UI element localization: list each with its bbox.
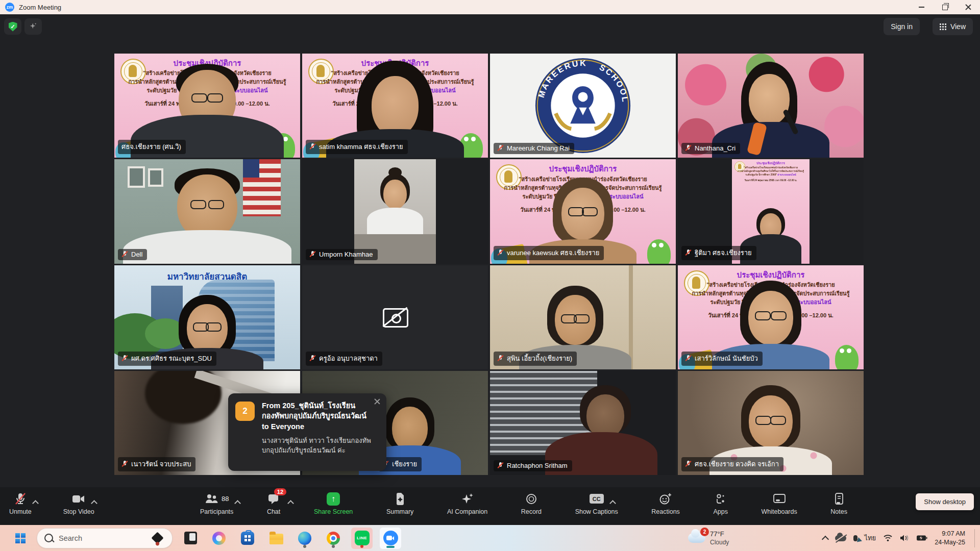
participant-name-label: เสาร์วิลักษณ์ นันชัยบัว [681, 352, 763, 366]
notes-button[interactable]: Notes [830, 487, 847, 515]
security-button[interactable] [4, 18, 21, 35]
notification-count-badge: 2 [700, 528, 709, 536]
search-icon [44, 534, 53, 542]
participant-tile[interactable]: Ratchaphon Sritham [490, 371, 676, 475]
close-button[interactable] [957, 0, 980, 14]
participant-tile[interactable]: ครูอ้อ อนุบาลสุชาดา [302, 265, 488, 369]
taskbar-chrome-app[interactable] [323, 528, 344, 549]
participant-tile[interactable]: ประชุมเชิงปฏิบัติการ "สร้างเครือข่ายโรงเ… [678, 159, 864, 263]
summary-button[interactable]: Summary [386, 487, 413, 515]
participants-button[interactable]: 88 Participants [200, 487, 233, 515]
mic-muted-icon [497, 355, 504, 362]
microsoft-store-icon [241, 532, 254, 545]
ai-companion-icon [461, 492, 474, 506]
apps-label: Apps [713, 508, 728, 515]
minimize-button[interactable] [910, 0, 933, 14]
taskbar-copilot-app[interactable] [208, 528, 230, 549]
participant-tile[interactable]: ประชุมเชิงปฏิบัติการ "สร้างเครือข่ายโรงเ… [678, 265, 864, 369]
participant-tile[interactable]: มหาวิทยาลัยสวนดุสิต ผศ.ดร.ศศิธร รณะบุตร_… [114, 265, 300, 369]
taskbar-clock[interactable]: 9:07 AM 24-May-25 [935, 530, 965, 547]
taskbar-zoom-app[interactable] [380, 528, 401, 549]
share-screen-icon: ↑ [327, 492, 340, 506]
reactions-button[interactable]: Reactions [651, 487, 680, 515]
unmute-options-chevron[interactable] [32, 500, 39, 507]
view-button[interactable]: View [933, 18, 973, 35]
chat-notification-popup[interactable]: 2 From 205_ชุตินันท์_โรงเรียนกองทัพบกอุป… [228, 393, 386, 471]
participant-tile[interactable]: ประชุมเชิงปฏิบัติการ "สร้างเครือข่ายโรงเ… [490, 159, 676, 263]
popup-close-icon[interactable] [374, 398, 380, 405]
share-screen-button[interactable]: ↑ Share Screen [314, 487, 353, 515]
participant-name: สุพิน เอี้ยวถิ้ง(เชียงราย) [507, 353, 572, 364]
taskbar-photos-app[interactable] [180, 528, 201, 549]
chat-options-chevron[interactable] [287, 500, 294, 507]
restore-button[interactable] [933, 0, 957, 14]
captions-options-chevron[interactable] [609, 500, 616, 507]
ai-companion-header-button[interactable] [24, 18, 42, 35]
show-desktop-tooltip[interactable]: Show desktop [916, 493, 974, 510]
show-captions-button[interactable]: CC Show Captions [575, 487, 618, 515]
graduation-cap-icon [151, 532, 163, 544]
taskbar-line-app[interactable]: LINE [351, 528, 373, 549]
reactions-smiley-icon [659, 492, 672, 506]
stop-video-label: Stop Video [63, 508, 94, 515]
video-options-chevron[interactable] [91, 500, 97, 507]
participants-options-chevron[interactable] [235, 500, 241, 507]
edge-icon [298, 532, 311, 545]
record-label: Record [521, 508, 542, 515]
whiteboards-label: Whiteboards [762, 508, 797, 515]
whiteboards-button[interactable]: Whiteboards [762, 487, 797, 515]
wall-flag [243, 159, 281, 216]
participant-tile[interactable]: MAREERUK SCHOOL Mareeruk Chiang Rai [490, 54, 676, 158]
meeting-header: Sign in View [0, 14, 980, 41]
show-desktop-edge[interactable] [974, 529, 975, 547]
volume-icon[interactable] [900, 534, 909, 542]
stop-video-button[interactable]: Stop Video [63, 487, 94, 515]
ai-companion-button[interactable]: AI Companion [447, 487, 487, 515]
participant-tile[interactable]: Nanthana_Cri [678, 54, 864, 158]
captions-cc-icon: CC [590, 494, 604, 504]
battery-charging-icon[interactable] [916, 535, 927, 541]
video-camera-icon [72, 494, 85, 504]
running-indicator [360, 545, 363, 548]
taskbar-store-app[interactable] [237, 528, 258, 549]
taskbar-file-explorer[interactable] [265, 528, 287, 549]
summary-label: Summary [386, 508, 413, 515]
participant-tile[interactable]: Dell [114, 159, 300, 263]
participant-tile[interactable]: สุพิน เอี้ยวถิ้ง(เชียงราย) [490, 265, 676, 369]
window-title: Zoom Meeting [19, 4, 61, 11]
chat-button[interactable]: 12 Chat [267, 487, 280, 515]
taskbar-apps: LINE [180, 528, 401, 549]
participant-name: ศธจ.เชียงราย ดวงคิด จรเอ้กา [695, 459, 779, 469]
close-icon [965, 4, 971, 10]
portrait-video [354, 159, 436, 263]
participant-name: varunee kaewsuk ศธจ.เชียงราย [507, 247, 599, 258]
participant-tile[interactable]: Umporn Khamhae [302, 159, 488, 263]
ai-companion-label: AI Companion [447, 508, 487, 515]
cloud-weather-icon: 2 [688, 533, 705, 543]
participant-tile[interactable]: ประชุมเชิงปฏิบัติการ "สร้างเครือข่ายโรงเ… [114, 54, 300, 158]
line-icon: LINE [355, 531, 370, 545]
participant-name-label: varunee kaewsuk ศธจ.เชียงราย [494, 246, 604, 260]
language-indicator[interactable]: ไทย [865, 533, 876, 543]
taskbar-search[interactable]: Search [37, 528, 173, 548]
mic-in-use-icon[interactable] [853, 535, 857, 541]
participant-tile[interactable]: ศธจ.เชียงราย ดวงคิด จรเอ้กา [678, 371, 864, 475]
taskbar-edge-app[interactable] [294, 528, 315, 549]
record-button[interactable]: Record [521, 487, 542, 515]
taskbar-weather-widget[interactable]: 2 77°F Cloudy [688, 525, 729, 551]
window-titlebar: zm Zoom Meeting [0, 0, 980, 14]
wifi-icon[interactable] [883, 534, 893, 542]
chat-popup-body: นางสาวชุตินันท์ ทาวา โรงเรียนกองทัพบกอุป… [262, 436, 378, 456]
sign-in-button[interactable]: Sign in [884, 18, 920, 35]
copilot-icon [212, 532, 226, 545]
apps-button[interactable]: Apps [713, 487, 728, 515]
sparkle-icon [28, 21, 38, 32]
unmute-button[interactable]: Unmute [9, 487, 32, 515]
chat-unread-badge: 12 [274, 488, 286, 495]
participant-name: Dell [131, 251, 142, 258]
tray-overflow-chevron[interactable] [821, 535, 828, 542]
onedrive-paused-icon[interactable] [835, 535, 846, 541]
participant-tile[interactable]: ประชุมเชิงปฏิบัติการ "สร้างเครือข่ายโรงเ… [302, 54, 488, 158]
start-button[interactable] [15, 533, 26, 543]
shield-check-icon [9, 22, 17, 32]
